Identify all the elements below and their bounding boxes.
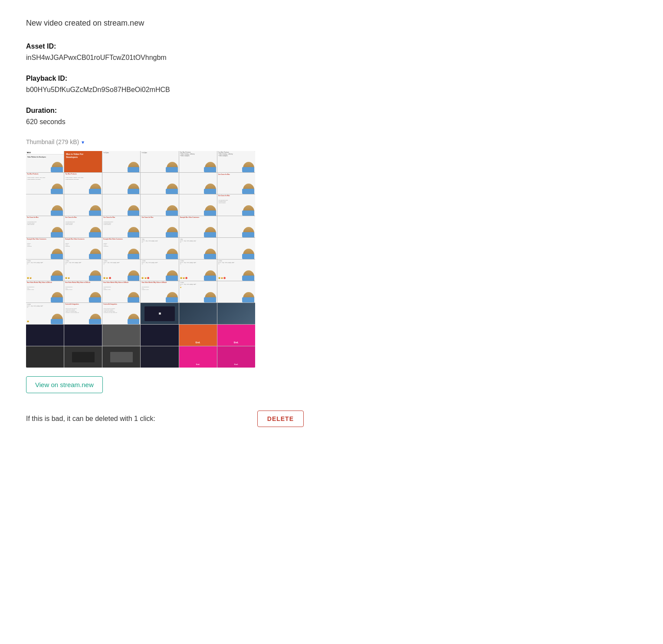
thumb-cell-2: Mux is Video ForDevelopers — [64, 151, 102, 172]
thumb-cell-59: End. — [179, 346, 217, 368]
thumb-cell-20: Use Cases for Mux • User generated conte… — [64, 216, 102, 237]
thumb-cell-13 — [26, 194, 64, 216]
thumbnail-label: Thumbnail (279 kB) ▾ — [26, 138, 304, 147]
thumb-cell-45: Contentful Integration • Have your own M… — [102, 303, 140, 324]
delete-button[interactable]: DELETE — [257, 411, 304, 427]
thumb-cell-19: Use Cases for Mux • User generated conte… — [26, 216, 64, 237]
thumb-cell-43: <videosrc="./my-cute-puppy.mp4"/> 😊 — [26, 303, 64, 324]
thumb-cell-30 — [217, 238, 255, 259]
playback-id-section: Playback ID: b00HYu5DfKuGZcMzDn9So87HBeO… — [26, 73, 304, 95]
delete-section: If this is bad, it can be deleted with 1… — [26, 407, 304, 427]
thumb-cell-11 — [179, 173, 217, 194]
thumb-cell-23: Example Mux Video Customers — [179, 216, 217, 237]
thumb-cell-10 — [141, 173, 178, 194]
thumb-cell-3: I'm Dylan — [102, 151, 140, 172]
thumb-cell-9 — [102, 173, 140, 194]
thumb-cell-25: Example Mux Video Customers • Equinox• V… — [26, 238, 64, 259]
duration-label: Duration: — [26, 105, 304, 116]
thumb-cell-57 — [102, 346, 140, 368]
thumb-cell-49 — [26, 325, 64, 346]
thumb-cell-15 — [102, 194, 140, 216]
thumb-cell-31: <videosrc="./my-cute-puppy.mp4"/> 😊 😺 — [26, 260, 64, 281]
thumb-cell-26: Example Mux Video Customers • Equinox• V… — [64, 238, 102, 259]
thumb-cell-32: <videosrc="./my-cute-puppy.mp4"/> 😊 😺 — [64, 260, 102, 281]
thumb-cell-35: <videosrc="./my-cute-puppy.mp4"/> 😊 😺 🔴 — [179, 260, 217, 281]
view-on-stream-button[interactable]: View on stream.new — [26, 376, 103, 393]
thumb-cell-54: End. — [217, 325, 255, 346]
thumb-cell-55 — [26, 346, 64, 368]
thumb-cell-17 — [179, 194, 217, 216]
thumb-cell-16 — [141, 194, 178, 216]
thumb-cell-46: ⬜ — [141, 303, 178, 324]
thumbnail-storyboard: MUX Video Platform for Developers Mux is… — [26, 151, 255, 368]
delete-prompt-text: If this is bad, it can be deleted with 1… — [26, 414, 155, 424]
thumb-cell-7: Two Mux Products • Video hosting + deliv… — [26, 173, 64, 194]
thumb-cell-37: How Video Works/ Why Video is Difficult … — [26, 281, 64, 302]
thumb-cell-4: I'm Dylan — [141, 151, 178, 172]
thumb-cell-28: <imgsrc="./my-cute-puppy.png"/> — [141, 238, 178, 259]
thumb-cell-50 — [64, 325, 102, 346]
thumb-cell-18: Use Cases for Mux • User generated conte… — [217, 194, 255, 216]
thumb-cell-1: MUX Video Platform for Developers — [26, 151, 64, 172]
thumb-cell-27: Example Mux Video Customers • Equinox• V… — [102, 238, 140, 259]
thumb-cell-21: Use Cases for Mux • User generated conte… — [102, 216, 140, 237]
thumb-cell-53: End. — [179, 325, 217, 346]
thumb-cell-22: Use Cases for Mux — [141, 216, 178, 237]
asset-id-value: inSH4wJGAPwxCB01roUFTcwZ01tOVhngbm — [26, 53, 304, 63]
thumb-cell-60: End. — [217, 346, 255, 368]
thumb-cell-14 — [64, 194, 102, 216]
thumbnail-section: Thumbnail (279 kB) ▾ MUX Video Platform … — [26, 138, 304, 368]
thumb-cell-33: <videosrc="./my-cute-puppy.mp4"/> 😊 😺 🔴 — [102, 260, 140, 281]
thumb-cell-5: Two Mux Products• Video hosting + delive… — [179, 151, 217, 172]
thumb-cell-51 — [102, 325, 140, 346]
playback-id-value: b00HYu5DfKuGZcMzDn9So87HBeOi02mHCB — [26, 85, 304, 95]
thumb-cell-8: Two Mux Products • Video hosting + deliv… — [64, 173, 102, 194]
thumb-cell-42 — [217, 281, 255, 302]
thumb-cell-29: <imgsrc="./my-cute-puppy.png"/> — [179, 238, 217, 259]
thumb-cell-40: How Video Works/ Why Video is Difficult … — [141, 281, 178, 302]
playback-id-label: Playback ID: — [26, 73, 304, 84]
page-header: New video created on stream.new — [26, 17, 304, 29]
thumb-cell-48 — [217, 303, 255, 324]
thumb-cell-56 — [64, 346, 102, 368]
duration-section: Duration: 620 seconds — [26, 105, 304, 127]
thumb-cell-52 — [141, 325, 178, 346]
thumb-cell-24 — [217, 216, 255, 237]
thumb-cell-6: Two Mux Products• Video hosting + delive… — [217, 151, 255, 172]
thumb-cell-41: <videosrc="./my-cute-puppy.mp4"/>😊 — [179, 281, 217, 302]
thumb-cell-38: How Video Works/ Why Video is Difficult … — [64, 281, 102, 302]
asset-id-section: Asset ID: inSH4wJGAPwxCB01roUFTcwZ01tOVh… — [26, 41, 304, 63]
thumb-cell-47 — [179, 303, 217, 324]
dropdown-arrow-icon[interactable]: ▾ — [82, 138, 84, 146]
thumb-cell-34: <videosrc="./my-cute-puppy.mp4"/> 😊 😺 🔴 — [141, 260, 178, 281]
thumb-cell-44: Contentful Integration • Have your own M… — [64, 303, 102, 324]
thumb-cell-36: <videosrc="./my-cute-puppy.mp4"/> 😊 😺 🔴 — [217, 260, 255, 281]
thumb-cell-12: Use Cases for Mux — [217, 173, 255, 194]
thumb-cell-39: How Video Works/ Why Video is Difficult … — [102, 281, 140, 302]
thumb-cell-58 — [141, 346, 178, 368]
asset-id-label: Asset ID: — [26, 41, 304, 52]
duration-value: 620 seconds — [26, 117, 304, 127]
